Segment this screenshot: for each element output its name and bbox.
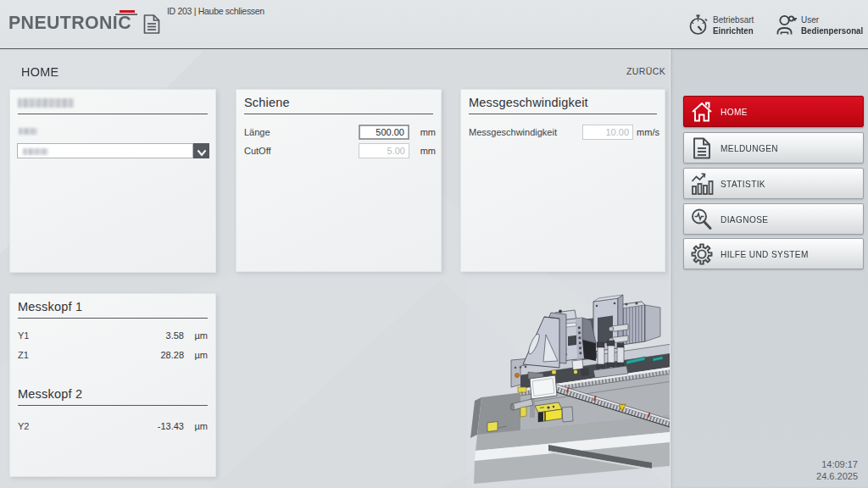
y2-unit: µm	[194, 421, 208, 431]
y2-value: -13.43	[158, 421, 184, 431]
messgeschwindigkeit-input	[582, 125, 633, 140]
cutoff-label: CutOff	[244, 146, 271, 156]
chevron-down-icon	[197, 149, 207, 157]
messkopf2-title: Messkopf 2	[18, 387, 208, 406]
statistics-icon	[690, 172, 714, 196]
schiene-panel: Schiene Länge mm CutOff mm	[236, 89, 442, 272]
laenge-unit: mm	[420, 127, 436, 137]
clock-time: 14:09:17	[816, 458, 858, 470]
redacted-panel-title	[18, 98, 74, 108]
clock-date: 24.6.2025	[816, 470, 858, 482]
messgeschwindigkeit-row: Messgeschwindigkeit mm/s	[461, 123, 665, 141]
user-key-icon	[776, 14, 797, 36]
mode-label: Betriebsart	[713, 15, 756, 25]
y1-unit: µm	[194, 330, 208, 341]
laenge-row: Länge mm	[236, 123, 441, 141]
y1-value: 3.58	[166, 330, 184, 341]
sidebar-item-statistik-label: STATISTIK	[721, 179, 765, 189]
user-label: User	[801, 15, 868, 25]
gear-icon	[690, 242, 714, 266]
messgeschwindigkeit-panel: Messgeschwindigkeit Messgeschwindigkeit …	[460, 89, 665, 272]
message-document-icon[interactable]	[143, 14, 160, 34]
laenge-input[interactable]	[359, 125, 409, 140]
dropdown-open-button[interactable]	[193, 143, 209, 158]
clock: 14:09:17 24.6.2025	[816, 458, 858, 482]
sidebar-item-meldungen[interactable]: MELDUNGEN	[683, 132, 864, 164]
y2-row: Y2 -13.43 µm	[10, 416, 215, 435]
logo-text: PNEUTRONIC	[8, 12, 132, 34]
y1-row: Y1 3.58 µm	[10, 325, 215, 345]
messgeschwindigkeit-panel-title: Messgeschwindigkeit	[469, 96, 657, 114]
sidebar-item-diagnose[interactable]: DIAGNOSE	[683, 203, 864, 235]
mode-value: Einrichten	[713, 25, 754, 36]
back-button[interactable]: ZURÜCK	[626, 66, 665, 76]
top-header-bar: PNEUTRONIC ID 203 | Haube schliessen	[0, 0, 868, 49]
cutoff-unit: mm	[420, 146, 436, 156]
messkopf-panel: Messkopf 1 Y1 3.58 µm Z1 28.28 µm Messko…	[9, 293, 216, 477]
logo-red-accent	[120, 10, 135, 13]
cutoff-input	[359, 143, 409, 158]
selection-panel	[9, 89, 216, 273]
redacted-field-label	[19, 128, 37, 135]
machine-illustration	[467, 280, 676, 488]
messgeschwindigkeit-label: Messgeschwindigkeit	[469, 127, 557, 137]
sidebar-item-hilfe[interactable]: HILFE UND SYSTEM	[683, 238, 864, 269]
stopwatch-icon	[688, 14, 709, 36]
z1-row: Z1 28.28 µm	[10, 345, 215, 364]
dropdown-value-field[interactable]	[17, 143, 193, 158]
home-icon	[690, 100, 714, 124]
cutoff-row: CutOff mm	[236, 141, 441, 160]
z1-unit: µm	[194, 350, 208, 360]
z1-value: 28.28	[160, 350, 184, 360]
diagnose-icon	[690, 208, 714, 231]
messgeschwindigkeit-unit: mm/s	[637, 127, 659, 137]
redacted-dropdown-value	[23, 148, 48, 155]
machine-status-text: ID 203 | Haube schliessen	[167, 6, 264, 16]
y1-label: Y1	[18, 330, 29, 341]
page-title: HOME	[21, 64, 58, 79]
logo-macron-bar	[115, 14, 137, 15]
sidebar-item-hilfe-label: HILFE UND SYSTEM	[721, 249, 809, 259]
screen: PNEUTRONIC ID 203 | Haube schliessen	[0, 0, 868, 488]
z1-label: Z1	[18, 350, 29, 360]
schiene-panel-title: Schiene	[244, 96, 433, 114]
selection-dropdown[interactable]	[17, 143, 209, 158]
sidebar-item-diagnose-label: DIAGNOSE	[721, 214, 768, 225]
sidebar-menu: HOME MELDUNGEN STATISTIK	[670, 49, 868, 488]
y2-label: Y2	[18, 421, 29, 431]
sidebar-item-meldungen-label: MELDUNGEN	[721, 143, 778, 153]
sidebar-item-home-label: HOME	[721, 107, 748, 117]
pneutronic-logo: PNEUTRONIC	[8, 12, 136, 37]
document-icon	[690, 136, 714, 160]
messkopf1-title: Messkopf 1	[18, 300, 208, 319]
sidebar-item-statistik[interactable]: STATISTIK	[683, 168, 864, 199]
sidebar-item-home[interactable]: HOME	[683, 96, 864, 127]
laenge-label: Länge	[244, 127, 270, 137]
selection-panel-title	[18, 96, 208, 114]
user-value: Bedienpersonal	[801, 25, 863, 36]
